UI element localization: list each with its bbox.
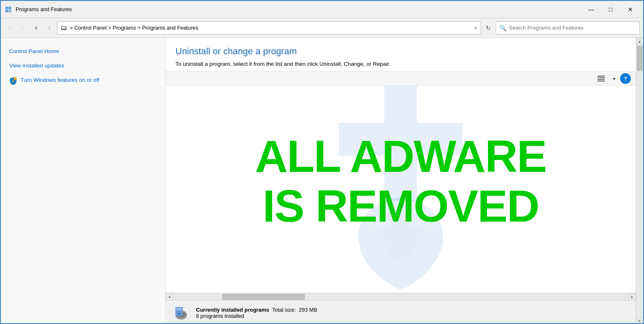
status-text-block: Currently installed programs Total size:… <box>196 307 317 319</box>
sidebar-label-updates: View installed updates <box>9 62 64 70</box>
scroll-right-arrow[interactable]: ▸ <box>628 293 636 301</box>
sidebar-item-control-panel-home[interactable]: Control Panel Home <box>1 44 165 59</box>
svg-rect-1 <box>6 7 8 9</box>
maximize-button[interactable]: □ <box>601 3 620 16</box>
back-button[interactable]: ← <box>4 22 16 34</box>
search-icon: 🔍 <box>499 25 506 31</box>
sidebar-item-view-updates[interactable]: View installed updates <box>1 59 165 73</box>
content-list-area: ALL ADWARE IS REMOVED ◂ ▸ <box>166 86 636 300</box>
scroll-thumb-horizontal[interactable] <box>222 294 305 300</box>
up-button[interactable]: ↑ <box>44 22 55 34</box>
address-bar: ← → ∨ ↑ 🗂 > Control Panel > Programs > P… <box>1 18 643 38</box>
search-input[interactable] <box>509 25 636 31</box>
svg-rect-3 <box>6 10 8 12</box>
scroll-track-horizontal <box>173 293 628 301</box>
sidebar: Control Panel Home View installed update… <box>1 38 166 324</box>
svg-text:!: ! <box>15 77 15 79</box>
total-size-label: Total size: <box>272 307 296 313</box>
section-description: To uninstall a program, select it from t… <box>175 61 626 67</box>
minimize-button[interactable]: — <box>581 3 600 16</box>
folder-icon: 🗂 <box>61 24 67 32</box>
svg-rect-2 <box>9 7 11 9</box>
sidebar-label-home: Control Panel Home <box>9 48 59 56</box>
status-secondary-text: 8 programs installed <box>196 313 317 319</box>
svg-rect-7 <box>597 76 605 76</box>
svg-rect-4 <box>9 10 11 12</box>
dropdown-button[interactable]: ∨ <box>30 22 42 34</box>
horizontal-scrollbar[interactable]: ◂ ▸ <box>166 293 636 300</box>
total-size-value: 293 MB <box>299 307 317 313</box>
scroll-thumb-vertical[interactable] <box>637 46 643 71</box>
list-view-icon <box>597 76 605 81</box>
help-button[interactable]: ? <box>620 73 631 84</box>
section-title: Uninstall or change a program <box>175 46 626 57</box>
scroll-track-vertical <box>636 45 644 317</box>
cross-watermark-icon <box>339 86 462 201</box>
window-title: Programs and Features <box>16 6 581 12</box>
chevron-down-icon: ∨ <box>474 25 477 30</box>
programs-label: Currently installed programs <box>196 307 269 313</box>
watermark-background <box>166 86 636 300</box>
title-bar: Programs and Features — □ ✕ <box>1 1 643 18</box>
search-box[interactable]: 🔍 <box>496 21 640 35</box>
content-area: Uninstall or change a program To uninsta… <box>166 38 636 324</box>
close-button[interactable]: ✕ <box>621 3 640 16</box>
address-field[interactable]: 🗂 > Control Panel > Programs > Programs … <box>57 21 481 35</box>
svg-rect-12 <box>339 123 462 156</box>
svg-rect-9 <box>597 79 605 80</box>
sidebar-item-windows-features[interactable]: ! Turn Windows features on or off <box>1 73 165 88</box>
svg-rect-10 <box>597 81 605 81</box>
window-controls: — □ ✕ <box>581 3 640 16</box>
status-bar: Currently installed programs Total size:… <box>166 300 636 324</box>
toolbar-row: ▾ ? <box>166 71 636 86</box>
view-dropdown-button[interactable]: ▾ <box>610 73 618 84</box>
svg-rect-8 <box>597 77 605 78</box>
view-button[interactable] <box>595 73 608 84</box>
shield-icon: ! <box>9 77 17 85</box>
svg-point-19 <box>178 312 180 315</box>
scroll-down-arrow[interactable]: ▾ <box>636 317 644 324</box>
window-icon <box>4 5 12 14</box>
sidebar-label-features: Turn Windows features on or off <box>21 76 99 84</box>
refresh-button[interactable]: ↻ <box>483 22 494 34</box>
status-primary-text: Currently installed programs Total size:… <box>196 307 317 313</box>
forward-button[interactable]: → <box>17 22 29 34</box>
content-header: Uninstall or change a program To uninsta… <box>166 38 636 71</box>
address-path: > Control Panel > Programs > Programs an… <box>70 25 198 31</box>
svg-rect-18 <box>176 308 182 310</box>
scroll-left-arrow[interactable]: ◂ <box>166 293 173 301</box>
programs-icon <box>172 304 190 322</box>
vertical-scrollbar[interactable]: ▴ ▾ <box>636 38 643 324</box>
main-layout: Control Panel Home View installed update… <box>1 38 643 324</box>
svg-rect-11 <box>384 86 417 201</box>
scroll-up-arrow[interactable]: ▴ <box>636 38 644 45</box>
